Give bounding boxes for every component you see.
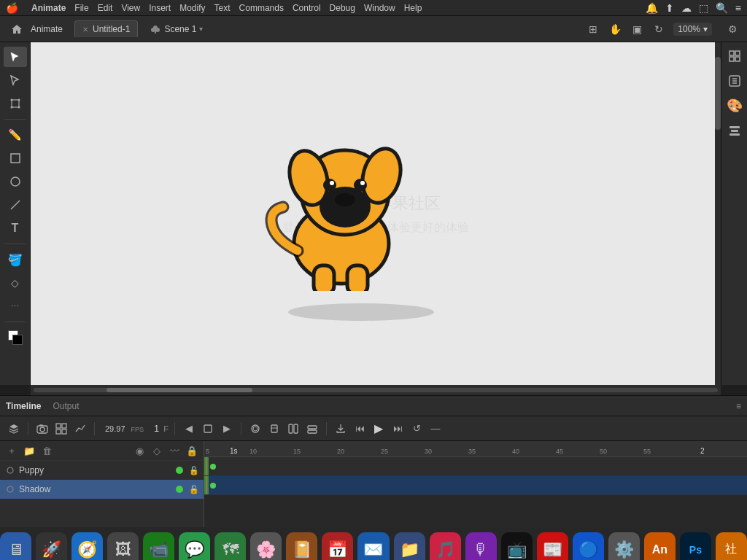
add-folder-btn[interactable]: 📁 xyxy=(22,443,36,458)
paint-bucket-btn[interactable]: 🪣 xyxy=(4,249,27,270)
dock-files[interactable]: 📁 xyxy=(394,532,425,561)
vertical-scrollbar[interactable] xyxy=(715,42,721,385)
delete-layer-btn[interactable]: 🗑 xyxy=(39,443,54,458)
search-menubar-icon[interactable]: 🔍 xyxy=(716,2,728,14)
eraser-btn[interactable]: ◇ xyxy=(4,273,27,293)
dock-sysprefs[interactable]: ⚙️ xyxy=(608,532,640,561)
dock-calendar[interactable]: 📅 xyxy=(322,532,353,561)
layer-shadow-lock-icon[interactable]: 🔓 xyxy=(189,485,199,494)
keyframe-shadow-start[interactable] xyxy=(210,483,216,489)
text-tool-btn[interactable]: T xyxy=(4,218,27,238)
keyframe-puppy-start[interactable] xyxy=(210,464,216,470)
prev-keyframe-btn[interactable]: ◀ xyxy=(181,421,197,437)
output-tab[interactable]: Output xyxy=(53,401,79,411)
menu-commands[interactable]: Commands xyxy=(239,3,284,13)
apple-menu[interactable]: 🍎 xyxy=(6,2,18,14)
layer-row-shadow[interactable]: Shadow 🔓 xyxy=(0,480,204,499)
more-tools-btn[interactable]: ⋯ xyxy=(4,296,27,316)
dock-photos-app[interactable]: 🖼 xyxy=(107,532,139,561)
menu-edit[interactable]: Edit xyxy=(98,3,113,13)
dock-safari[interactable]: 🧭 xyxy=(71,532,103,561)
step-back-btn[interactable]: ⏮ xyxy=(352,421,368,437)
library-panel-btn[interactable] xyxy=(725,71,744,90)
dock-facetime[interactable]: 📹 xyxy=(143,532,174,561)
lock-all-icon[interactable]: 🔒 xyxy=(185,443,199,458)
dock-animate[interactable]: An xyxy=(644,532,676,561)
subselect-tool-btn[interactable] xyxy=(4,70,27,90)
select-tool-btn[interactable] xyxy=(4,47,27,67)
rectangle-tool-btn[interactable] xyxy=(4,148,27,168)
share-icon[interactable]: ⬆ xyxy=(665,2,674,14)
dock-messages[interactable]: 💬 xyxy=(179,532,210,561)
layer-puppy-lock-icon[interactable]: 🔓 xyxy=(189,466,199,475)
play-btn[interactable]: ▶ xyxy=(371,421,387,437)
loop-btn[interactable] xyxy=(200,421,216,437)
color-panel-btn[interactable]: 🎨 xyxy=(725,96,744,115)
menu-debug[interactable]: Debug xyxy=(330,3,355,13)
stage-canvas[interactable]: OSX.CX 苹果社区 登录苹果社区，让你体验更好的体验 xyxy=(31,42,721,385)
menu-modify[interactable]: Modify xyxy=(179,3,205,13)
dock-photos[interactable]: 🌸 xyxy=(250,532,282,561)
menu-animate[interactable]: Animate xyxy=(31,3,66,13)
dock-music[interactable]: 🎵 xyxy=(430,532,461,561)
vertical-scrollbar-thumb[interactable] xyxy=(715,57,721,130)
tab-untitled[interactable]: ✕ Untitled-1 xyxy=(74,20,138,37)
onion-skin-outline-btn[interactable] xyxy=(266,421,282,437)
menu-view[interactable]: View xyxy=(121,3,140,13)
oval-tool-btn[interactable] xyxy=(4,171,27,192)
grid-icon[interactable] xyxy=(53,421,69,437)
zoom-selector[interactable]: 100% ▾ xyxy=(673,23,712,36)
dock-community[interactable]: 社 xyxy=(716,532,747,561)
line-tool-btn[interactable] xyxy=(4,195,27,215)
control-center-icon[interactable]: ≡ xyxy=(735,2,741,14)
menu-help[interactable]: Help xyxy=(404,3,422,13)
export-btn[interactable] xyxy=(333,421,349,437)
menu-window[interactable]: Window xyxy=(364,3,395,13)
menu-insert[interactable]: Insert xyxy=(149,3,171,13)
zoom-tool-icon[interactable]: ▣ xyxy=(628,20,646,38)
menu-text[interactable]: Text xyxy=(214,3,231,13)
pencil-tool-btn[interactable]: ✏️ xyxy=(4,125,27,145)
horizontal-thumb[interactable] xyxy=(107,388,252,392)
motion-icon[interactable]: 〰 xyxy=(167,443,182,458)
short-frames-btn[interactable] xyxy=(304,421,320,437)
track-shadow[interactable] xyxy=(204,476,747,495)
layer-row-puppy[interactable]: Puppy 🔓 xyxy=(0,461,204,480)
creative-cloud-icon[interactable]: ☁ xyxy=(681,2,692,14)
step-forward-btn[interactable]: ⏭ xyxy=(390,421,406,437)
scene-dropdown-icon[interactable]: ▾ xyxy=(199,25,203,33)
onion-skin-btn[interactable] xyxy=(247,421,263,437)
tab-close-icon[interactable]: ✕ xyxy=(82,26,88,34)
dock-finder[interactable]: 🖥 xyxy=(0,532,31,561)
dock-contacts[interactable]: 📔 xyxy=(286,532,317,561)
properties-panel-btn[interactable] xyxy=(725,47,744,66)
screen-share-icon[interactable]: ⬚ xyxy=(699,2,708,14)
hand-tool-icon[interactable]: ✋ xyxy=(606,20,624,38)
notification-icon[interactable]: 🔔 xyxy=(646,2,658,14)
solo-icon[interactable]: ◉ xyxy=(132,443,147,458)
next-keyframe-btn[interactable]: ▶ xyxy=(219,421,235,437)
add-layer-btn[interactable]: + xyxy=(4,443,19,458)
layers-icon[interactable] xyxy=(6,421,22,437)
dock-news[interactable]: 📰 xyxy=(537,532,568,561)
home-button[interactable] xyxy=(6,18,28,40)
dock-podcasts[interactable]: 🎙 xyxy=(465,532,497,561)
color-tool-btn[interactable] xyxy=(4,327,27,348)
transform-tool-btn[interactable] xyxy=(4,93,27,114)
graph-icon[interactable] xyxy=(72,421,88,437)
dock-mail[interactable]: ✉️ xyxy=(357,532,389,561)
menu-file[interactable]: File xyxy=(74,3,88,13)
sync-btn[interactable]: — xyxy=(427,421,444,437)
track-puppy[interactable] xyxy=(204,457,747,476)
dock-appstore[interactable]: 🔵 xyxy=(573,532,604,561)
align-panel-btn[interactable] xyxy=(725,121,744,140)
dock-maps[interactable]: 🗺 xyxy=(214,532,246,561)
loop-playback-btn[interactable]: ↺ xyxy=(409,421,425,437)
dock-tv[interactable]: 📺 xyxy=(501,532,533,561)
dock-photoshop[interactable]: Ps xyxy=(680,532,711,561)
rotate-icon[interactable]: ↻ xyxy=(650,20,667,38)
frames-view-btn[interactable] xyxy=(285,421,301,437)
menu-control[interactable]: Control xyxy=(293,3,321,13)
dock-launchpad[interactable]: 🚀 xyxy=(36,532,67,561)
timeline-tab[interactable]: Timeline xyxy=(6,401,41,411)
